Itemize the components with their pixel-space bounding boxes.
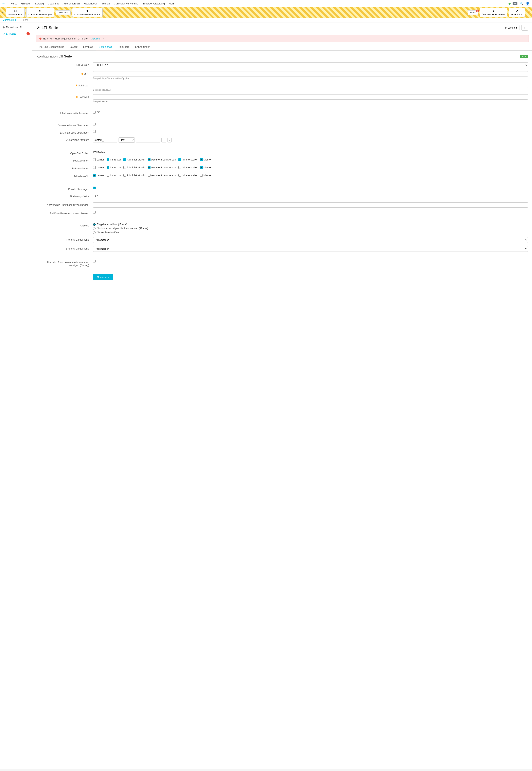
owners-instruktor-label[interactable]: Instruktor	[107, 158, 121, 161]
owners-lerner-label[interactable]: Lerner	[93, 158, 104, 161]
tutors-assistent-label[interactable]: Assistent Lehrperson	[148, 166, 176, 169]
participants-mentor-label[interactable]: Mentor	[200, 174, 212, 177]
participants-lerner-label[interactable]: Lerner	[93, 174, 104, 177]
owners-inhalt-cb[interactable]	[178, 158, 181, 161]
nav-gruppen[interactable]: Gruppen	[21, 2, 31, 5]
save-button[interactable]: Speichern	[93, 274, 113, 280]
nav-curriculum[interactable]: Curriculumverwaltung	[114, 2, 138, 5]
owners-assistent-label[interactable]: Assistent Lehrperson	[148, 158, 176, 161]
owners-admin-cb[interactable]	[123, 158, 126, 161]
url-input[interactable]	[93, 71, 528, 76]
anzeige-radio-1[interactable]	[93, 227, 96, 230]
punkte-checkbox[interactable]	[93, 186, 96, 189]
nav-projekte[interactable]: Projekte	[101, 2, 110, 5]
nav-mehr[interactable]: Mehr	[169, 2, 175, 5]
attributes-type-select[interactable]: Text	[119, 137, 135, 143]
anzeige-option-1[interactable]: Nur Modul anzeigen, LMS ausblenden (iFra…	[93, 227, 528, 230]
autostart-checkbox[interactable]	[93, 111, 96, 113]
tutors-instruktor-label[interactable]: Instruktor	[107, 166, 121, 169]
owners-inhalt-label[interactable]: Inhaltersteller	[178, 158, 198, 161]
participants-instruktor-cb[interactable]	[107, 174, 109, 177]
config-button[interactable]: ℹ Übersicht Konfiguration	[480, 8, 507, 17]
owners-mentor-label[interactable]: Mentor	[200, 158, 212, 161]
tab-erinnerungen[interactable]: Erinnerungen	[132, 44, 153, 50]
tutors-inhalt-label[interactable]: Inhaltersteller	[178, 166, 198, 169]
participants-inhalt-label[interactable]: Inhaltersteller	[178, 174, 198, 177]
attributes-add-button[interactable]: +	[161, 138, 166, 142]
owners-admin-label[interactable]: Administrator*in	[123, 158, 145, 161]
nav-kurse[interactable]: Kurse	[11, 2, 17, 5]
height-select[interactable]: Automatisch	[93, 237, 528, 243]
top-navigation: ∞ Kurse Gruppen Katalog Coaching Autoren…	[0, 0, 532, 7]
autostart-check-label[interactable]: ein	[93, 111, 528, 113]
participants-admin-cb[interactable]	[123, 174, 126, 177]
participants-mentor-cb[interactable]	[200, 174, 203, 177]
status-button[interactable]: 1 Status	[468, 10, 478, 15]
debug-checkbox[interactable]	[93, 260, 96, 262]
password-input[interactable]	[93, 94, 528, 100]
tutors-inhalt-cb[interactable]	[178, 166, 181, 169]
attributes-value-input[interactable]	[136, 138, 160, 142]
tutors-lerner-label[interactable]: Lerner	[93, 166, 104, 169]
nav-coaching[interactable]: Coaching	[48, 2, 59, 5]
search-icon[interactable]: 🔍	[519, 2, 524, 5]
breadcrumb-course[interactable]: Musterkurs LTI	[2, 19, 18, 21]
tutors-admin-label[interactable]: Administrator*in	[123, 166, 145, 169]
participants-assistent-cb[interactable]	[148, 174, 150, 177]
more-button[interactable]: ⋮	[521, 25, 528, 31]
tutors-instruktor-cb[interactable]	[107, 166, 109, 169]
alert-link[interactable]: anpassen	[91, 37, 101, 40]
nav-katalog[interactable]: Katalog	[35, 2, 44, 5]
help-button[interactable]: Hilfe	[520, 55, 528, 58]
participants-inhalt-cb[interactable]	[178, 174, 181, 177]
tutors-mentor-label[interactable]: Mentor	[200, 166, 212, 169]
participants-assistent-label[interactable]: Assistent Lehrperson	[148, 174, 176, 177]
nav-benutzer[interactable]: Benutzerverwaltung	[142, 2, 165, 5]
owners-assistent-cb[interactable]	[148, 158, 150, 161]
user-avatar[interactable]: 👤	[526, 2, 530, 5]
close-button[interactable]: ✕	[527, 10, 530, 15]
owners-mentor-cb[interactable]	[200, 158, 203, 161]
import-button[interactable]: ⬆ Kursbausteine importieren	[72, 8, 103, 17]
import-icon: ⬆	[86, 9, 89, 13]
delete-button[interactable]: 🗑 Löschen	[502, 25, 519, 30]
key-input[interactable]	[93, 83, 528, 88]
participants-lerner-cb[interactable]	[93, 174, 96, 177]
tutors-mentor-cb[interactable]	[200, 166, 203, 169]
back-button[interactable]: ←	[2, 11, 4, 14]
skalierung-input[interactable]	[93, 194, 528, 199]
tab-highscore[interactable]: HighScore	[115, 44, 132, 50]
participants-instruktor-label[interactable]: Instruktor	[107, 174, 121, 177]
tutors-assistent-cb[interactable]	[148, 166, 150, 169]
attributes-remove-button[interactable]: -	[167, 138, 172, 142]
publish-button[interactable]: ↗ Publizieren	[509, 8, 525, 17]
roles-value: LTI Rollen	[93, 151, 105, 154]
owners-lerner-cb[interactable]	[93, 158, 96, 161]
tutors-admin-cb[interactable]	[123, 166, 126, 169]
attributes-prefix-input[interactable]	[93, 138, 117, 142]
tab-seiteninhalt[interactable]: Seiteninhalt	[96, 44, 115, 50]
anzeige-radio-2[interactable]	[93, 231, 96, 234]
anzeige-option-0[interactable]: Eingebettet in Kurs (iFrame)	[93, 223, 528, 226]
width-select[interactable]: Automatisch	[93, 246, 528, 252]
tutors-lerner-cb[interactable]	[93, 166, 96, 169]
nav-autorenbereich[interactable]: Autorenbereich	[63, 2, 80, 5]
sidebar-item-course[interactable]: ⊙ Musterkurs LTI	[0, 24, 32, 31]
passing-input[interactable]	[93, 202, 528, 208]
email-checkbox[interactable]	[93, 130, 96, 133]
nav-fragenpool[interactable]: Fragenpool	[84, 2, 96, 5]
sidebar-item-lti[interactable]: ↗ LTI-Seite 1	[0, 31, 32, 37]
tab-lernpfad[interactable]: Lernpfad	[80, 44, 96, 50]
lti-version-select[interactable]: LTI 1.0 / 1.1	[93, 62, 528, 68]
anzeige-option-2[interactable]: Neues Fenster öffnen	[93, 231, 528, 234]
exclude-checkbox[interactable]	[93, 211, 96, 213]
quickadd-button[interactable]: Quick-Add	[56, 10, 70, 15]
anzeige-radio-0[interactable]	[93, 223, 96, 226]
tab-layout[interactable]: Layout	[67, 44, 80, 50]
owners-instruktor-cb[interactable]	[107, 158, 109, 161]
firstname-checkbox[interactable]	[93, 123, 96, 125]
insert-button[interactable]: ⊕ Kursbausteine einfügen	[26, 8, 54, 17]
administration-button[interactable]: ⚙ Administration	[6, 8, 25, 17]
participants-admin-label[interactable]: Administrator*in	[123, 174, 145, 177]
tab-title[interactable]: Titel und Beschreibung	[36, 44, 67, 50]
